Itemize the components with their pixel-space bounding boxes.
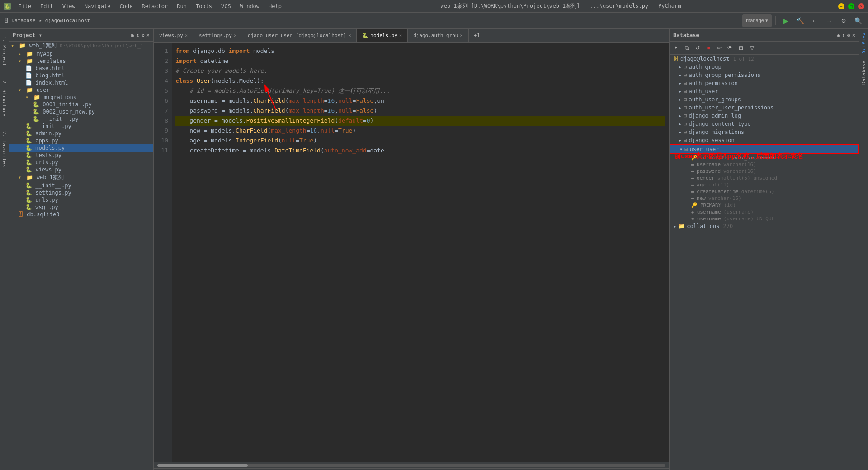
structure-tab[interactable]: 2: Structure bbox=[0, 77, 8, 120]
tab-settings[interactable]: settings.py × bbox=[193, 29, 242, 43]
db-table-view-button[interactable]: ⊞ bbox=[736, 43, 745, 52]
tree-item-urls[interactable]: 🐍 urls.py bbox=[9, 159, 153, 166]
maximize-button[interactable]: □ bbox=[848, 3, 854, 9]
tab-models[interactable]: 🐍 models.py × bbox=[357, 29, 408, 43]
db-add-button[interactable]: + bbox=[671, 43, 680, 52]
tree-item-views[interactable]: 🐍 views.py bbox=[9, 166, 153, 173]
db-close-icon[interactable]: × bbox=[852, 32, 855, 38]
menu-vcs[interactable]: VCS bbox=[219, 2, 233, 10]
tree-item-root[interactable]: ▾ 📁 web_1案列 D:\WORK\python\Project\web_1… bbox=[9, 42, 153, 50]
minimize-button[interactable]: − bbox=[838, 3, 844, 9]
tree-item-web1[interactable]: ▾ 📁 web_1案列 bbox=[9, 173, 153, 182]
code-content[interactable]: from django.db import models import date… bbox=[172, 43, 669, 462]
db-table-django-content-type[interactable]: ▸⊞ django_content_type bbox=[670, 120, 859, 128]
menu-run[interactable]: Run bbox=[175, 2, 189, 10]
tab-views[interactable]: views.py × bbox=[154, 29, 193, 43]
tree-label-sqlite: db.sqlite3 bbox=[27, 211, 59, 218]
tree-item-settings[interactable]: 🐍 settings.py bbox=[9, 189, 153, 196]
db-refresh-button[interactable]: ↺ bbox=[693, 43, 702, 52]
menu-code[interactable]: Code bbox=[118, 2, 135, 10]
menu-tools[interactable]: Tools bbox=[194, 2, 214, 10]
db-table-django-session[interactable]: ▸⊞ django_session bbox=[670, 136, 859, 144]
tab-auth-grou-close[interactable]: × bbox=[460, 33, 462, 38]
project-panel: Project ▾ ⊞ ↕ ⚙ × ▾ 📁 web_1案列 D:\WORK\py… bbox=[9, 29, 154, 470]
tree-item-0001[interactable]: 🐍 0001_initial.py bbox=[9, 101, 153, 108]
tree-item-myapp[interactable]: ▸ 📁 myApp bbox=[9, 50, 153, 57]
tree-item-wsgi[interactable]: 🐍 wsgi.py bbox=[9, 204, 153, 211]
tree-item-apps[interactable]: 🐍 apps.py bbox=[9, 137, 153, 144]
db-filter-button[interactable]: ▽ bbox=[747, 43, 756, 52]
tree-item-base-html[interactable]: 📄 base.html bbox=[9, 65, 153, 72]
menu-navigate[interactable]: Navigate bbox=[83, 2, 113, 10]
db-stop-button[interactable]: ■ bbox=[704, 43, 713, 52]
db-table-auth-group-label: auth_group bbox=[689, 64, 721, 70]
db-table-django-migrations[interactable]: ▸⊞ django_migrations bbox=[670, 128, 859, 136]
tree-item-blog-html[interactable]: 📄 blog.html bbox=[9, 72, 153, 79]
db-collapse-icon[interactable]: ↕ bbox=[842, 32, 845, 38]
db-table-auth-user-groups[interactable]: ▸⊞ auth_user_groups bbox=[670, 95, 859, 104]
tree-item-index-html[interactable]: 📄 index.html bbox=[9, 79, 153, 86]
tree-item-admin[interactable]: 🐍 admin.py bbox=[9, 130, 153, 137]
tab-settings-close[interactable]: × bbox=[234, 33, 236, 38]
db-table-user-user[interactable]: ▾⊞ user_user bbox=[670, 144, 859, 154]
tree-item-migrations[interactable]: ▾ 📁 migrations bbox=[9, 94, 153, 101]
project-sort-icon[interactable]: ↕ bbox=[136, 32, 139, 38]
tab-more[interactable]: +1 bbox=[469, 29, 486, 43]
close-button[interactable]: × bbox=[858, 3, 864, 9]
search-everywhere-button[interactable]: 🔍 bbox=[852, 14, 864, 27]
db-table-auth-permission[interactable]: ▸⊞ auth_permission bbox=[670, 79, 859, 87]
database-side-tab[interactable]: Database bbox=[860, 57, 868, 88]
update-button[interactable]: ↻ bbox=[837, 14, 850, 27]
tree-item-user[interactable]: ▾ 📁 user bbox=[9, 86, 153, 94]
db-expand-icon[interactable]: ⊞ bbox=[837, 32, 840, 38]
tree-item-web1-urls[interactable]: 🐍 urls.py bbox=[9, 196, 153, 204]
favorites-tab[interactable]: 2: Favorites bbox=[0, 128, 8, 171]
run-button[interactable]: ▶ bbox=[779, 14, 792, 27]
horizontal-scrollbar[interactable] bbox=[157, 464, 665, 467]
tree-item-migrations-init[interactable]: 🐍 __init__.py bbox=[9, 115, 153, 123]
tree-item-sqlite[interactable]: 🗄 db.sqlite3 bbox=[9, 211, 153, 218]
menu-edit[interactable]: Edit bbox=[38, 2, 55, 10]
tab-views-close[interactable]: × bbox=[185, 33, 188, 38]
menu-view[interactable]: View bbox=[61, 2, 77, 10]
menu-refactor[interactable]: Refactor bbox=[140, 2, 170, 10]
db-table-auth-group-perms[interactable]: ▸⊞ auth_group_permissions bbox=[670, 71, 859, 79]
build-button[interactable]: 🔨 bbox=[794, 14, 807, 27]
tree-item-user-init[interactable]: 🐍 __init__.py bbox=[9, 123, 153, 130]
project-collapse-icon[interactable]: ⊞ bbox=[131, 32, 134, 38]
db-edit-button[interactable]: ✏ bbox=[715, 43, 724, 52]
code-scrollbar[interactable] bbox=[154, 462, 669, 468]
db-collations[interactable]: ▸ 📁 collations 270 bbox=[670, 222, 859, 230]
project-tab[interactable]: 1: Project bbox=[0, 33, 8, 70]
tree-label-views: views.py bbox=[35, 166, 61, 173]
tab-user-user[interactable]: djago.user_user [djago@localhost] × bbox=[242, 29, 357, 43]
db-table-auth-user-user-perms[interactable]: ▸⊞ auth_user_user_permissions bbox=[670, 104, 859, 112]
menu-help[interactable]: Help bbox=[267, 2, 283, 10]
menu-window[interactable]: Window bbox=[238, 2, 261, 10]
tree-item-tests[interactable]: 🐍 tests.py bbox=[9, 152, 153, 159]
db-table-auth-user[interactable]: ▸⊞ auth_user bbox=[670, 87, 859, 95]
db-table-auth-group[interactable]: ▸⊞ auth_group bbox=[670, 63, 859, 71]
db-view-button[interactable]: 👁 bbox=[726, 43, 735, 52]
db-table-django-admin-log[interactable]: ▸⊞ django_admin_log bbox=[670, 112, 859, 120]
db-connection[interactable]: 🗄 djago@localhost 1 of 12 bbox=[670, 55, 859, 63]
tree-item-templates[interactable]: ▾ 📁 templates bbox=[9, 57, 153, 65]
left-side-tabs: 1: Project 2: Structure 2: Favorites bbox=[0, 29, 9, 470]
tree-item-web1-init[interactable]: 🐍 __init__.py bbox=[9, 182, 153, 189]
menu-file[interactable]: File bbox=[16, 2, 33, 10]
manage-button[interactable]: manage ▾ bbox=[742, 14, 772, 27]
db-copy-button[interactable]: ⧉ bbox=[682, 43, 691, 52]
tree-item-models[interactable]: 🐍 models.py bbox=[9, 144, 153, 152]
tab-auth-grou[interactable]: djago.auth_grou × bbox=[408, 29, 468, 43]
project-settings-icon[interactable]: ⚙ bbox=[142, 32, 145, 38]
sciview-tab[interactable]: SciView bbox=[860, 29, 868, 57]
tree-item-0002[interactable]: 🐍 0002_user_new.py bbox=[9, 108, 153, 115]
tab-user-user-close[interactable]: × bbox=[348, 33, 351, 38]
project-close-icon[interactable]: × bbox=[146, 32, 150, 38]
db-settings-icon[interactable]: ⚙ bbox=[847, 32, 850, 38]
scrollbar-thumb[interactable] bbox=[157, 464, 248, 467]
tab-models-close[interactable]: × bbox=[399, 33, 402, 38]
back-button[interactable]: ← bbox=[808, 14, 821, 27]
forward-button[interactable]: → bbox=[823, 14, 835, 27]
code-line-11: createDatetime = models.DateTimeField(au… bbox=[175, 146, 665, 156]
